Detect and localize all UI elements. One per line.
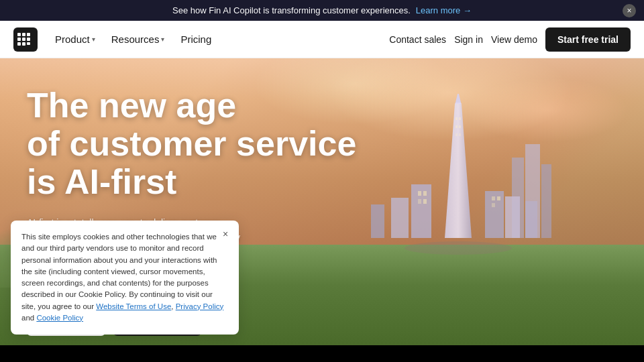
terms-of-use-link[interactable]: Website Terms of Use <box>96 302 171 310</box>
announcement-text: See how Fin AI Copilot is transforming c… <box>172 5 411 15</box>
cookie-close-button[interactable]: × <box>219 227 232 241</box>
svg-rect-6 <box>27 38 30 41</box>
navbar: Product ▾ Resources ▾ Pricing Contact sa… <box>0 21 644 58</box>
announcement-bar: See how Fin AI Copilot is transforming c… <box>0 0 644 21</box>
sign-in-link[interactable]: Sign in <box>454 34 483 45</box>
svg-rect-8 <box>22 42 25 46</box>
nav-product[interactable]: Product ▾ <box>48 29 102 49</box>
announcement-close-button[interactable]: × <box>623 4 636 17</box>
start-trial-nav-button[interactable]: Start free trial <box>545 27 631 52</box>
svg-rect-4 <box>17 38 21 41</box>
privacy-policy-link[interactable]: Privacy Policy <box>176 302 224 310</box>
contact-sales-link[interactable]: Contact sales <box>389 34 446 45</box>
announcement-link[interactable]: Learn more → <box>416 5 472 15</box>
svg-rect-5 <box>22 38 25 41</box>
svg-rect-9 <box>27 42 30 45</box>
nav-right: Contact sales Sign in View demo Start fr… <box>389 27 631 52</box>
svg-rect-1 <box>17 33 21 36</box>
nav-pricing[interactable]: Pricing <box>174 29 218 49</box>
view-demo-nav-link[interactable]: View demo <box>491 34 537 45</box>
nav-left: Product ▾ Resources ▾ Pricing <box>48 29 389 49</box>
cookie-banner: × This site employs cookies and other te… <box>11 221 239 335</box>
resources-chevron-icon: ▾ <box>161 36 164 43</box>
svg-rect-7 <box>17 42 21 46</box>
svg-rect-3 <box>27 33 30 36</box>
logo[interactable] <box>13 27 38 52</box>
product-chevron-icon: ▾ <box>92 36 95 43</box>
cookie-text: This site employs cookies and other tech… <box>21 231 228 324</box>
cookie-policy-link[interactable]: Cookie Policy <box>36 314 83 322</box>
hero-title: The new age of customer service is AI-fi… <box>27 86 376 202</box>
hero-section: The new age of customer service is AI-fi… <box>0 58 644 345</box>
nav-resources[interactable]: Resources ▾ <box>105 29 172 49</box>
svg-rect-2 <box>22 33 25 36</box>
